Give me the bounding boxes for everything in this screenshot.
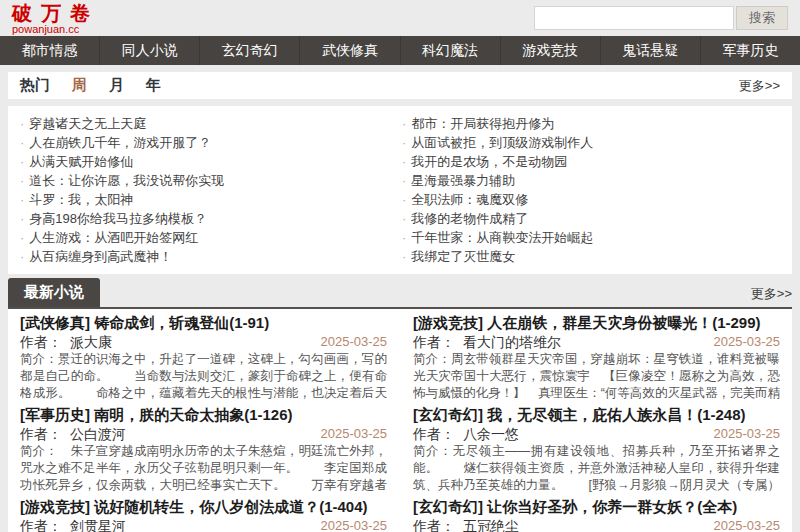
book-title-link[interactable]: [军事历史] 南明，朕的天命太抽象(1-126): [20, 405, 387, 425]
book-author-name: 剑贯星河: [70, 518, 126, 532]
hot-list-item[interactable]: 穿越诸天之无上天庭: [18, 114, 400, 133]
book-card: [军事历史] 南明，朕的天命太抽象(1-126) 作者：公白渡河 2025-03…: [20, 405, 387, 494]
site-logo-title: 破万卷: [12, 2, 99, 24]
book-meta: 作者：五冠绝尘 2025-03-25: [413, 517, 780, 532]
hot-list-item[interactable]: 我开的是农场，不是动物园: [400, 152, 782, 171]
nav-item[interactable]: 玄幻奇幻: [199, 36, 299, 65]
book-meta: 作者：公白渡河 2025-03-25: [20, 425, 387, 443]
book-author-label: 作者：: [20, 334, 62, 350]
hot-tab[interactable]: 月: [109, 76, 124, 95]
book-author: 作者：派大康: [20, 333, 112, 351]
book-author: 作者：五冠绝尘: [413, 517, 519, 532]
hot-list-item[interactable]: 我修的老物件成精了: [400, 209, 782, 228]
site-logo[interactable]: 破万卷 powanjuan.cc: [12, 2, 99, 35]
hot-list-item[interactable]: 斗罗：我，太阳神: [18, 190, 400, 209]
nav-item[interactable]: 武侠修真: [299, 36, 399, 65]
book-author: 作者：八余一悠: [413, 425, 519, 443]
book-title-link[interactable]: [玄幻奇幻] 我，无尽领主，庇佑人族永昌！(1-248): [413, 405, 780, 425]
site-logo-domain: powanjuan.cc: [12, 24, 99, 35]
book-date: 2025-03-25: [714, 333, 781, 351]
book-intro: 简介：周玄带领群星天灾帝国，穿越崩坏：星穹铁道，谁料竟被曝光天灾帝国十大恶行，震…: [413, 351, 780, 402]
book-card: [玄幻奇幻] 我，无尽领主，庇佑人族永昌！(1-248) 作者：八余一悠 202…: [413, 405, 780, 494]
book-card: [玄幻奇幻] 让你当好圣孙，你养一群女妖？(全本) 作者：五冠绝尘 2025-0…: [413, 497, 780, 532]
book-intro: 简介：景迁的识海之中，升起了一道碑，这碑上，勾勾画画，写的都是自己的命。 当命数…: [20, 351, 387, 402]
hot-list-item[interactable]: 人生游戏：从酒吧开始签网红: [18, 228, 400, 247]
book-title-link[interactable]: [游戏竞技] 说好随机转生，你八岁创法成道？(1-404): [20, 497, 387, 517]
book-author-label: 作者：: [413, 518, 455, 532]
book-date: 2025-03-25: [321, 425, 388, 443]
book-author-name: 八余一悠: [463, 426, 519, 442]
book-title-link[interactable]: [武侠修真] 铸命成剑，斩魂登仙(1-91): [20, 313, 387, 333]
book-author-label: 作者：: [20, 518, 62, 532]
hot-list-item[interactable]: 道长：让你许愿，我没说帮你实现: [18, 171, 400, 190]
hot-list-item[interactable]: 从满天赋开始修仙: [18, 152, 400, 171]
nav-item[interactable]: 都市情感: [0, 36, 99, 65]
hot-tab[interactable]: 热门: [20, 76, 50, 95]
book-meta: 作者：看大门的塔维尔 2025-03-25: [413, 333, 780, 351]
site-header: 破万卷 powanjuan.cc 搜索: [0, 0, 800, 36]
book-author-name: 看大门的塔维尔: [463, 334, 561, 350]
hot-list-item[interactable]: 人在崩铁几千年，游戏开服了？: [18, 133, 400, 152]
hot-list-item[interactable]: 从百病缠身到高武魔神！: [18, 247, 400, 266]
hot-list-item[interactable]: 星海最强暴力辅助: [400, 171, 782, 190]
book-author-label: 作者：: [413, 334, 455, 350]
book-date: 2025-03-25: [714, 425, 781, 443]
book-title-link[interactable]: [游戏竞技] 人在崩铁，群星天灾身份被曝光！(1-299): [413, 313, 780, 333]
book-title-link[interactable]: [玄幻奇幻] 让你当好圣孙，你养一群女妖？(全本): [413, 497, 780, 517]
hot-list-panel: 穿越诸天之无上天庭 人在崩铁几千年，游戏开服了？ 从满天赋开始修仙 道长：让你许…: [8, 106, 792, 274]
hot-list-item[interactable]: 千年世家：从商鞅变法开始崛起: [400, 228, 782, 247]
book-author-name: 派大康: [70, 334, 112, 350]
book-meta: 作者：剑贯星河 2025-03-25: [20, 517, 387, 532]
book-author-label: 作者：: [413, 426, 455, 442]
book-card: [游戏竞技] 人在崩铁，群星天灾身份被曝光！(1-299) 作者：看大门的塔维尔…: [413, 313, 780, 402]
search-button[interactable]: 搜索: [736, 6, 788, 30]
book-intro: 简介： 朱子宣穿越成南明永历帝的太子朱慈煊，明廷流亡外邦，咒水之难不足半年，永历…: [20, 443, 387, 494]
nav-item[interactable]: 游戏竞技: [500, 36, 600, 65]
latest-section-title: 最新小说: [8, 278, 100, 307]
main-nav: 都市情感 同人小说 玄幻奇幻 武侠修真 科幻魔法 游戏竞技 鬼话悬疑 军事历史: [0, 36, 800, 65]
nav-item[interactable]: 同人小说: [99, 36, 199, 65]
book-meta: 作者：八余一悠 2025-03-25: [413, 425, 780, 443]
book-author: 作者：公白渡河: [20, 425, 126, 443]
hot-list-right: 都市：开局获得抱丹修为 从面试被拒，到顶级游戏制作人 我开的是农场，不是动物园 …: [400, 114, 782, 266]
book-author-name: 五冠绝尘: [463, 518, 519, 532]
book-author: 作者：剑贯星河: [20, 517, 126, 532]
book-date: 2025-03-25: [714, 517, 781, 532]
nav-item[interactable]: 科幻魔法: [400, 36, 500, 65]
book-date: 2025-03-25: [321, 333, 388, 351]
hot-list-item[interactable]: 全职法师：魂魔双修: [400, 190, 782, 209]
book-author: 作者：看大门的塔维尔: [413, 333, 561, 351]
hot-tab[interactable]: 周: [72, 76, 87, 95]
book-author-name: 公白渡河: [70, 426, 126, 442]
book-card: [游戏竞技] 说好随机转生，你八岁创法成道？(1-404) 作者：剑贯星河 20…: [20, 497, 387, 532]
book-meta: 作者：派大康 2025-03-25: [20, 333, 387, 351]
hot-more-link[interactable]: 更多>>: [739, 77, 780, 95]
nav-item[interactable]: 军事历史: [700, 36, 800, 65]
book-card: [武侠修真] 铸命成剑，斩魂登仙(1-91) 作者：派大康 2025-03-25…: [20, 313, 387, 402]
search-bar: 搜索: [534, 6, 788, 30]
nav-item[interactable]: 鬼话悬疑: [600, 36, 700, 65]
hot-tabs: 热门 周 月 年: [20, 76, 161, 95]
search-input[interactable]: [534, 6, 734, 30]
hot-tabstrip: 热门 周 月 年 更多>>: [8, 72, 792, 99]
book-author-label: 作者：: [20, 426, 62, 442]
hot-list-item[interactable]: 都市：开局获得抱丹修为: [400, 114, 782, 133]
hot-list-item[interactable]: 从面试被拒，到顶级游戏制作人: [400, 133, 782, 152]
latest-books-panel: [武侠修真] 铸命成剑，斩魂登仙(1-91) 作者：派大康 2025-03-25…: [8, 309, 792, 532]
hot-list-item[interactable]: 我绑定了灭世魔女: [400, 247, 782, 266]
latest-section-header: 最新小说 更多>>: [8, 280, 792, 309]
hot-tab[interactable]: 年: [146, 76, 161, 95]
book-intro: 简介：无尽领主——拥有建设领地、招募兵种，乃至开拓诸界之能。 燧仁获得领主资质，…: [413, 443, 780, 494]
latest-more-link[interactable]: 更多>>: [751, 285, 792, 303]
hot-list-item[interactable]: 身高198你给我马拉多纳模板？: [18, 209, 400, 228]
book-date: 2025-03-25: [321, 517, 388, 532]
hot-list-left: 穿越诸天之无上天庭 人在崩铁几千年，游戏开服了？ 从满天赋开始修仙 道长：让你许…: [18, 114, 400, 266]
